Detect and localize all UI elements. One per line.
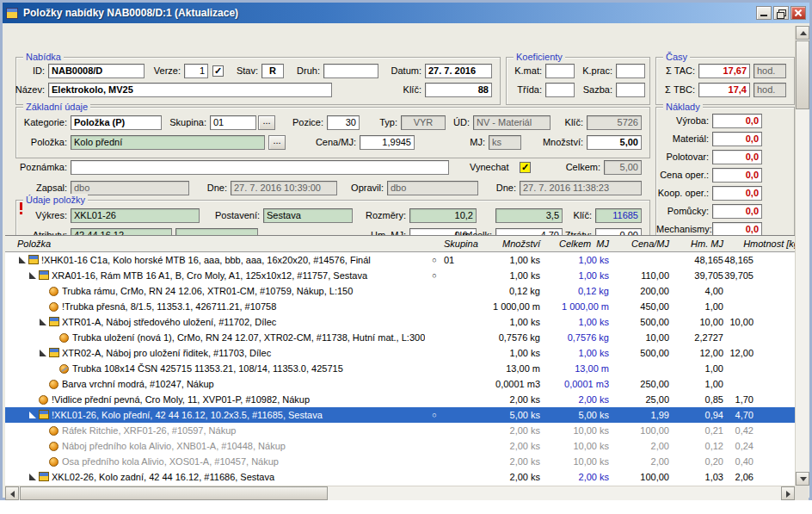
dne2-field: 27. 7. 2016 11:38:23 <box>520 181 642 195</box>
mnozstvi-field[interactable]: 5,00 <box>587 135 642 150</box>
naklad-label: Materiál: <box>656 132 709 146</box>
group-udaje-polozky-caption: Údaje položky <box>23 194 88 206</box>
tree-collapse-icon[interactable] <box>40 350 46 356</box>
skupina-label: Skupina: <box>167 115 206 130</box>
scroll-right-button[interactable] <box>781 486 795 500</box>
cell-cena: 500,00 <box>612 345 669 361</box>
table-row[interactable]: !Vidlice přední pevná, Cro Moly, 11, XVP… <box>5 392 795 407</box>
table-row[interactable]: Náboj předního kola Alivio, XNB01-A, #10… <box>5 438 795 454</box>
postaveni-field[interactable]: Sestava <box>263 208 353 223</box>
table-row[interactable]: XTR02-A, Náboj pro uložení řiditek, #117… <box>5 345 795 361</box>
scroll-down-button[interactable] <box>796 472 809 486</box>
tree-collapse-icon[interactable] <box>29 412 36 418</box>
table-row[interactable]: !Trubka přesná, 8/1.5, 11353.1, 426711.2… <box>5 299 795 314</box>
cell-mnozstvi: 1,00 ks <box>459 252 540 268</box>
column-header-celkem[interactable]: Celkem MJ <box>545 236 609 251</box>
kprac-field[interactable] <box>616 64 645 78</box>
table-row[interactable]: XKL02-26, Kolo zadní, 42 44 16.12, #1168… <box>5 469 795 485</box>
verze-field[interactable]: 1 <box>184 64 208 78</box>
tree-collapse-icon[interactable] <box>19 257 26 263</box>
datum-label: Datum: <box>380 64 421 78</box>
table-row[interactable]: XTR01-A, Náboj středového uložení, #1170… <box>5 314 795 330</box>
opravil-field: dbo <box>387 181 478 195</box>
polozka-field[interactable]: Kolo přední <box>71 135 265 150</box>
cell-cena: 1,99 <box>612 407 669 423</box>
nazev-field[interactable]: Elektrokolo, MV25 <box>48 83 332 97</box>
druh-field[interactable] <box>323 64 378 78</box>
cell-mnozstvi: 13,00 m <box>459 361 540 376</box>
cell-hmotnost: 0,40 <box>692 454 754 469</box>
table-row-selected[interactable]: !XKL01-26, Kolo přední, 42 44 16.12, 10.… <box>5 407 795 423</box>
table-row[interactable]: Osa předního kola Alivio, XOS01-A, #1045… <box>5 454 795 469</box>
kategorie-field[interactable]: Položka (P) <box>71 115 162 130</box>
items-table: Položka Skupina Množství Celkem MJ Cena/… <box>5 235 795 486</box>
cell-mnozstvi: 2,00 ks <box>459 454 540 469</box>
table-row[interactable]: Ráfek Ritchie, XRF01-26, #10597, Nákup 2… <box>5 423 795 438</box>
stav-field[interactable]: R <box>261 64 284 78</box>
table-row[interactable]: !XHK01-16 C1a, Kolo horské MTB 16, aaa, … <box>5 252 795 268</box>
polozka-browse-button[interactable]: ... <box>268 135 286 150</box>
horizontal-scrollbar[interactable] <box>5 486 795 500</box>
klic-field[interactable]: 88 <box>425 83 492 97</box>
verze-label: Verze: <box>146 64 181 78</box>
table-row[interactable]: Trubka uložení (nová 1), CrMo, RN 24 12.… <box>5 330 795 345</box>
vykres-field[interactable]: XKL01-26 <box>71 208 200 223</box>
id-field[interactable]: NAB0008/D <box>48 64 145 78</box>
restore-button[interactable] <box>773 6 789 20</box>
item-text: Ráfek Ritchie, XRF01-26, #10597, Nákup <box>62 423 425 438</box>
rozmer1-field[interactable]: 10,2 <box>409 208 477 223</box>
close-button[interactable] <box>790 6 806 20</box>
sazba-field[interactable] <box>616 83 645 97</box>
vertical-scrollbar[interactable] <box>795 26 809 486</box>
material-item-icon <box>59 364 69 374</box>
cena-mj-field[interactable]: 1,9945 <box>360 135 415 150</box>
tree-collapse-icon[interactable] <box>29 272 36 279</box>
vertical-scroll-thumb[interactable] <box>796 40 809 109</box>
tac-label: Σ TAC: <box>657 64 695 78</box>
app-icon <box>6 8 18 19</box>
cell-hmotnost: 2,06 <box>692 469 754 485</box>
tree-collapse-icon[interactable] <box>40 319 46 325</box>
item-text: XTR01-A, Náboj středového uložení, #1170… <box>62 314 425 330</box>
poznamka-field[interactable] <box>71 160 449 175</box>
naklad-value: 0,0 <box>712 114 762 128</box>
pozice-field[interactable]: 30 <box>327 115 360 130</box>
naklad-label: Pomůcky: <box>656 204 709 219</box>
table-row[interactable]: Trubka 108x14 ČSN 425715 11353.21, 108/1… <box>5 361 795 376</box>
minimize-button[interactable] <box>756 6 772 20</box>
table-row[interactable]: Barva vrchní modrá, #10247, Nákup 0,0001… <box>5 376 795 392</box>
tree-collapse-icon[interactable] <box>29 474 36 480</box>
kmat-field[interactable] <box>545 64 575 78</box>
purchase-item-icon <box>49 302 58 312</box>
trida-field[interactable] <box>545 83 575 97</box>
table-row[interactable]: Trubka rámu, CrMo, RN 24 12.06, XTR01-CM… <box>5 283 795 299</box>
skupina-browse-button[interactable]: ... <box>258 115 275 130</box>
window-title: Položky nabídky NAB0008/D:1 (Aktualizace… <box>23 7 754 19</box>
vynechat-checkbox[interactable]: ✓ <box>520 162 531 173</box>
rozmer2-field[interactable]: 3,5 <box>495 208 563 223</box>
horizontal-scroll-thumb[interactable] <box>20 486 328 500</box>
table-row[interactable]: XRA01-16, Rám MTB 16 A1, B, Cro Moly, A1… <box>5 268 795 283</box>
column-header-hm-mj[interactable]: Hm. MJ <box>671 236 723 251</box>
title-bar[interactable]: Položky nabídky NAB0008/D:1 (Aktualizace… <box>3 3 809 23</box>
column-header-cena[interactable]: Cena/MJ <box>612 236 669 251</box>
column-header-mnozstvi[interactable]: Množství <box>459 236 540 251</box>
item-text: !Trubka přesná, 8/1.5, 11353.1, 426711.2… <box>62 299 425 314</box>
form-area: Nabídka ID: NAB0008/D Verze: 1 ✓ Stav: R… <box>5 26 795 235</box>
column-header-hmotnost[interactable]: Hmotnost [kg] <box>728 236 802 251</box>
postaveni-label: Postavení: <box>210 208 260 223</box>
cell-hmotnost <box>692 283 754 299</box>
cell-mnozstvi: 2,00 ks <box>459 392 540 407</box>
scroll-up-button[interactable] <box>796 26 809 40</box>
cell-celkem: 0,12 kg <box>545 283 609 299</box>
column-header-polozka[interactable]: Položka <box>17 236 51 251</box>
naklad-label: Polotovar: <box>656 150 709 164</box>
naklad-value: 0,0 <box>712 168 762 183</box>
datum-field[interactable]: 27. 7. 2016 <box>425 64 492 78</box>
scroll-left-button[interactable] <box>5 486 19 500</box>
pozice-label: Pozice: <box>286 115 323 130</box>
dne1-field: 27. 7. 2016 10:39:00 <box>231 181 337 195</box>
verze-checkbox[interactable]: ✓ <box>212 65 224 77</box>
skupina-field[interactable]: 01 <box>210 115 256 130</box>
cell-mnozstvi: 0,7576 kg <box>459 330 540 345</box>
